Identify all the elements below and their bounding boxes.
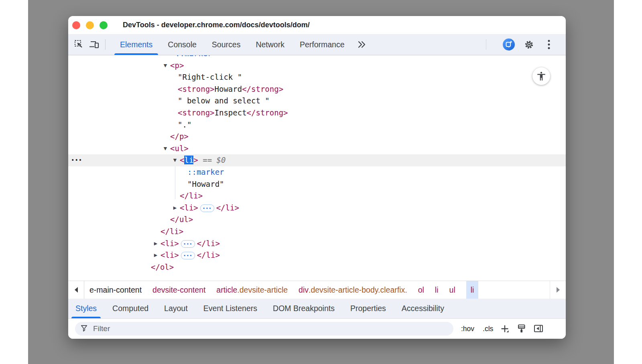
styles-tab-layout[interactable]: Layout [164,299,188,318]
window-title: DevTools - developer.chrome.com/docs/dev… [123,21,310,29]
minimize-button[interactable] [86,21,94,29]
dom-tree-row[interactable]: ▶<li>•••</li> [68,238,566,250]
tab-sources[interactable]: Sources [204,34,248,55]
code-token: "." [178,120,191,129]
breadcrumb-item[interactable]: ol [418,281,424,299]
code-token: </ol> [151,263,174,271]
code-token: </li> [216,203,239,212]
expand-arrow-right-icon[interactable]: ▶ [152,238,160,250]
dom-tree-row[interactable]: ▼<p> [68,60,566,72]
code-token: </li> [197,251,220,259]
expand-arrow-down-icon[interactable]: ▼ [171,154,179,166]
code-token: </li> [197,239,220,248]
code-token: </li> [160,227,183,236]
dom-tree-row[interactable]: " below and select " [68,95,566,107]
collapsed-content-icon[interactable]: ••• [181,240,195,248]
dom-tree-row[interactable]: </li> [68,226,566,238]
rendering-brush-icon[interactable] [516,323,528,335]
collapsed-content-icon[interactable]: ••• [200,204,214,212]
breadcrumb-item[interactable]: e-main-content [89,281,142,299]
dom-tree-row[interactable]: "Howard" [68,178,566,190]
styles-tab-properties[interactable]: Properties [350,299,386,318]
breadcrumb-item[interactable]: article.devsite-article [216,281,288,299]
code-token: </li> [180,191,203,200]
expand-arrow-right-icon[interactable]: ▶ [171,202,179,214]
dom-tree-row[interactable]: ▶<li>•••</li> [68,249,566,261]
breadcrumb-item[interactable]: devsite-content [152,281,205,299]
settings-gear-icon[interactable] [522,38,535,51]
code-token: < [180,156,184,164]
styles-tab-computed[interactable]: Computed [112,299,148,318]
expand-arrow-right-icon[interactable]: ▶ [152,249,160,261]
dom-tree-row[interactable]: ::marker [68,166,566,178]
expand-arrow-down-icon[interactable]: ▼ [161,143,169,155]
more-options-icon[interactable] [542,38,555,51]
code-token: Howard [215,85,242,93]
breadcrumb-token: e-main-content [89,285,142,295]
devtools-window: DevTools - developer.chrome.com/docs/dev… [68,16,566,339]
dom-tree-row[interactable]: ▶<li>•••</li> [68,202,566,214]
styles-filter-field[interactable] [75,322,453,336]
code-token: ::marker [187,168,224,176]
filter-funnel-icon [80,324,88,334]
styles-tab-dom-breakpoints[interactable]: DOM Breakpoints [273,299,335,318]
tab-elements[interactable]: Elements [112,34,160,55]
breadcrumb-scroll-left-icon[interactable] [68,281,84,299]
code-token: <li> [160,239,179,248]
styles-tab-bar: StylesComputedLayoutEvent ListenersDOM B… [68,299,566,319]
breadcrumb-item[interactable]: li [435,281,439,299]
breadcrumb-item[interactable]: div.devsite-article-body.clearfix. [299,281,407,299]
tab-console[interactable]: Console [160,34,204,55]
toggle-hover-state-button[interactable]: :hov [460,323,475,335]
dom-tree-row[interactable]: </p> [68,131,566,143]
accessibility-widget-button[interactable] [532,67,550,85]
dom-tree-row[interactable]: "Right-click " [68,71,566,83]
breadcrumb-item[interactable]: li [466,281,479,299]
code-token: "Howard" [187,180,224,188]
device-toolbar-icon[interactable] [88,38,100,51]
dom-tree-row[interactable]: </ul> [68,214,566,226]
code-token: <ul> [170,144,189,153]
dom-tree-row[interactable]: ▼<ul> [68,143,566,155]
collapsed-content-icon[interactable]: ••• [181,252,195,259]
dock-panel-icon[interactable] [532,323,544,335]
tab-performance[interactable]: Performance [292,34,352,55]
breadcrumb-item[interactable]: ul [449,281,455,299]
new-style-rule-icon[interactable] [499,323,511,335]
breadcrumb-token: li [435,285,439,295]
dom-tree-row[interactable]: </ol> [68,261,566,273]
styles-tab-styles[interactable]: Styles [75,299,97,318]
code-token: <strong> [178,85,215,93]
expand-arrow-down-icon[interactable]: ▼ [161,60,169,72]
dom-tree-row[interactable]: "." [68,119,566,131]
dom-tree: ::marker▼<p>"Right-click "<strong>Howard… [68,55,566,281]
inspect-element-icon[interactable] [73,38,85,51]
code-token: </strong> [242,85,283,93]
dom-tree-row[interactable]: <strong>Inspect</strong> [68,107,566,119]
breadcrumb-list: e-main-contentdevsite-contentarticle.dev… [84,281,485,299]
title-bar: DevTools - developer.chrome.com/docs/dev… [68,16,566,34]
dom-tree-row[interactable]: </li> [68,190,566,202]
breadcrumb-token: devsite-content [152,285,205,295]
toolbar-right-divider [486,39,486,50]
styles-tab-accessibility[interactable]: Accessibility [402,299,444,318]
breadcrumb-token: ul [449,285,455,295]
toggle-element-classes-button[interactable]: .cls [482,323,494,335]
more-tabs-icon[interactable] [352,40,372,49]
toolbar-divider [105,39,106,50]
breadcrumb-token: li [471,285,474,295]
tab-network[interactable]: Network [248,34,292,55]
dom-tree-row[interactable]: <strong>Howard</strong> [68,83,566,95]
ai-assistance-icon[interactable] [502,38,515,51]
dom-tree-row[interactable]: •••▼<li> == $0 [68,154,566,166]
row-actions-dots-icon[interactable]: ••• [71,154,82,166]
code-token: ::marker [175,55,212,58]
breadcrumb-token: div [299,285,309,295]
zoom-button[interactable] [100,21,108,29]
styles-tab-event-listeners[interactable]: Event Listeners [203,299,257,318]
close-button[interactable] [72,21,80,29]
breadcrumb-scroll-right-icon[interactable] [550,281,566,299]
styles-filter-input[interactable] [92,324,448,334]
dom-tree-row[interactable]: ::marker [68,55,566,60]
breadcrumb-bar: e-main-contentdevsite-contentarticle.dev… [68,281,566,299]
